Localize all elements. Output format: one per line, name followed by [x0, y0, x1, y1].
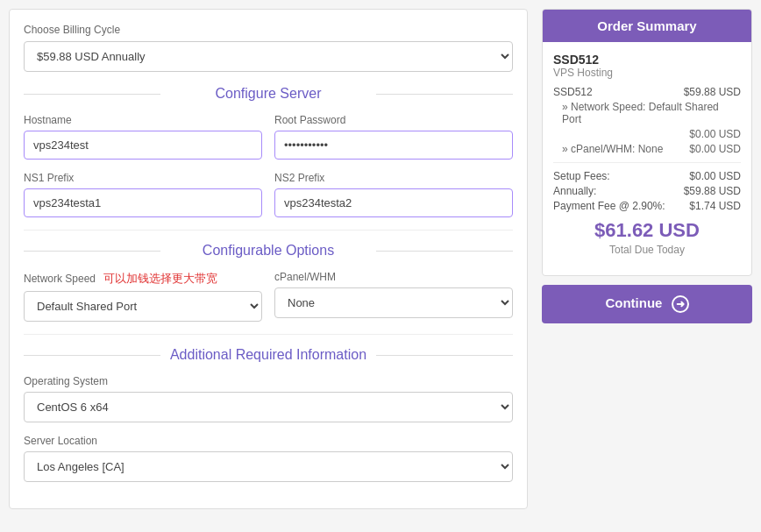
order-line-cpanel: » cPanel/WHM: None $0.00 USD	[553, 143, 741, 155]
os-label: Operating System	[24, 375, 513, 387]
network-speed-cn: 可以加钱选择更大带宽	[103, 272, 217, 285]
order-line-cpanel-label: » cPanel/WHM: None	[562, 143, 663, 155]
continue-label: Continue	[605, 295, 662, 310]
configure-server-title: Configure Server	[24, 86, 513, 102]
os-group: Operating System CentOS 6 x64	[24, 375, 513, 422]
root-password-group: Root Password	[274, 114, 513, 160]
location-label: Server Location	[24, 435, 513, 447]
hostname-label: Hostname	[24, 114, 262, 126]
billing-cycle-label: Choose Billing Cycle	[24, 24, 513, 36]
order-line-cpanel-value: $0.00 USD	[689, 143, 741, 155]
order-divider	[553, 162, 741, 163]
order-fee-setup-label: Setup Fees:	[553, 170, 610, 182]
order-line-network-value: $0.00 USD	[689, 128, 741, 140]
root-password-label: Root Password	[274, 114, 513, 126]
ns2-prefix-label: NS2 Prefix	[274, 172, 513, 184]
continue-arrow-icon: ➜	[672, 295, 689, 313]
order-line-ssd512-value: $59.88 USD	[684, 86, 741, 98]
ns-prefix-row: NS1 Prefix NS2 Prefix	[24, 172, 513, 217]
divider-2	[24, 334, 513, 335]
additional-info-title: Additional Required Information	[24, 347, 513, 363]
order-total: $61.62 USD	[553, 219, 741, 242]
order-fee-annually-label: Annually:	[553, 185, 596, 197]
order-fee-payment: Payment Fee @ 2.90%: $1.74 USD	[553, 200, 741, 212]
network-speed-select[interactable]: Default Shared Port	[24, 291, 262, 322]
order-line-network-value-row: $0.00 USD	[553, 128, 741, 140]
hostname-input[interactable]	[24, 131, 262, 160]
cpanel-whm-label: cPanel/WHM	[274, 271, 513, 283]
order-line-network-label: » Network Speed: Default Shared Port	[562, 101, 741, 125]
location-select[interactable]: Los Angeles [CA]	[24, 451, 513, 482]
order-line-network: » Network Speed: Default Shared Port	[553, 101, 741, 125]
order-line-ssd512-label: SSD512	[553, 86, 593, 98]
os-row: Operating System CentOS 6 x64	[24, 375, 513, 422]
billing-cycle-section: Choose Billing Cycle $59.88 USD Annually	[24, 24, 513, 72]
order-fee-annually: Annually: $59.88 USD	[553, 185, 741, 197]
root-password-input[interactable]	[274, 131, 513, 160]
order-summary-header: Order Summary	[543, 10, 751, 42]
ns1-prefix-label: NS1 Prefix	[24, 172, 262, 184]
location-row: Server Location Los Angeles [CA]	[24, 435, 513, 482]
network-speed-label: Network Speed 可以加钱选择更大带宽	[24, 271, 262, 287]
order-fee-setup: Setup Fees: $0.00 USD	[553, 170, 741, 182]
billing-cycle-select[interactable]: $59.88 USD Annually	[24, 41, 513, 72]
ns1-prefix-input[interactable]	[24, 188, 262, 217]
ns1-prefix-group: NS1 Prefix	[24, 172, 262, 217]
location-group: Server Location Los Angeles [CA]	[24, 435, 513, 482]
divider-1	[24, 230, 513, 231]
order-product-name: SSD512	[553, 53, 741, 67]
network-cpanel-row: Network Speed 可以加钱选择更大带宽 Default Shared …	[24, 271, 513, 322]
ns2-prefix-input[interactable]	[274, 188, 513, 217]
configurable-options-title: Configurable Options	[24, 243, 513, 259]
sidebar: Order Summary SSD512 VPS Hosting SSD512 …	[542, 9, 752, 509]
cpanel-whm-select[interactable]: None	[274, 287, 513, 318]
network-speed-group: Network Speed 可以加钱选择更大带宽 Default Shared …	[24, 271, 262, 322]
order-summary-body: SSD512 VPS Hosting SSD512 $59.88 USD » N…	[543, 42, 751, 275]
os-select[interactable]: CentOS 6 x64	[24, 392, 513, 422]
order-total-label: Total Due Today	[553, 244, 741, 256]
order-fee-annually-value: $59.88 USD	[684, 185, 741, 197]
order-fee-payment-label: Payment Fee @ 2.90%:	[553, 200, 665, 212]
order-line-ssd512: SSD512 $59.88 USD	[553, 86, 741, 98]
hostname-group: Hostname	[24, 114, 262, 160]
order-fee-payment-value: $1.74 USD	[689, 200, 741, 212]
continue-button[interactable]: Continue ➜	[542, 285, 752, 323]
order-fee-setup-value: $0.00 USD	[689, 170, 741, 182]
hostname-password-row: Hostname Root Password	[24, 114, 513, 160]
order-product-type: VPS Hosting	[553, 67, 741, 79]
cpanel-whm-group: cPanel/WHM None	[274, 271, 513, 322]
order-summary-card: Order Summary SSD512 VPS Hosting SSD512 …	[542, 9, 752, 276]
ns2-prefix-group: NS2 Prefix	[274, 172, 513, 217]
